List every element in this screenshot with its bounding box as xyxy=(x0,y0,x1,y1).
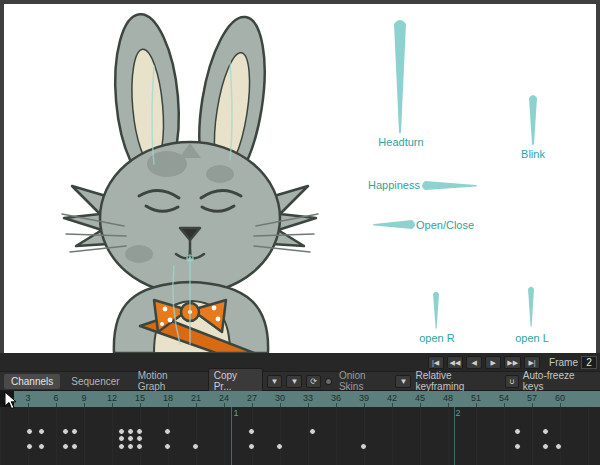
keyframe-dot[interactable] xyxy=(309,428,316,435)
step-back-button[interactable]: ◀ xyxy=(466,356,482,369)
ruler-tick-label: 33 xyxy=(303,393,313,403)
keyframe-dot[interactable] xyxy=(542,443,549,450)
ruler-tick-label: 60 xyxy=(555,393,565,403)
ruler-tick-label: 45 xyxy=(415,393,425,403)
ruler-tick-label: 36 xyxy=(331,393,341,403)
ruler-tick-label: 57 xyxy=(527,393,537,403)
animation-app-window: Headturn Blink Happiness Open/Close open… xyxy=(0,0,600,465)
open-close-control-needle[interactable] xyxy=(373,220,415,229)
keyframe-dot[interactable] xyxy=(248,428,255,435)
keyframe-dot[interactable] xyxy=(62,443,69,450)
onion-skins-dropdown-icon[interactable]: ▼ xyxy=(395,375,411,388)
happiness-control-needle[interactable] xyxy=(422,181,477,190)
ruler-tick-label: 51 xyxy=(471,393,481,403)
keyframe-dot[interactable] xyxy=(127,435,134,442)
ruler-tick-label: 42 xyxy=(387,393,397,403)
ruler-tick-label: 39 xyxy=(359,393,369,403)
ruler-tick-label: 27 xyxy=(247,393,257,403)
onion-skins-label: Onion Skins xyxy=(339,370,392,392)
step-forward-button[interactable]: ▶▶ xyxy=(504,356,521,369)
keyframe-dot[interactable] xyxy=(26,443,33,450)
keyframe-dot[interactable] xyxy=(542,428,549,435)
tab-channels[interactable]: Channels xyxy=(4,374,60,389)
keyframe-dot[interactable] xyxy=(555,443,562,450)
keyframe-dot[interactable] xyxy=(118,428,125,435)
happiness-control-label: Happiness xyxy=(350,179,420,191)
keyframe-dot[interactable] xyxy=(38,443,45,450)
ruler-tick-label: 6 xyxy=(53,393,58,403)
blink-control-needle[interactable] xyxy=(529,95,537,145)
keyframe-dot[interactable] xyxy=(514,443,521,450)
control-needles-group xyxy=(373,20,537,329)
headturn-control-needle[interactable] xyxy=(394,20,406,134)
mouse-cursor-icon xyxy=(4,391,18,411)
keyframe-tracks[interactable]: 12 xyxy=(0,407,600,465)
keyframe-dot[interactable] xyxy=(26,428,33,435)
ruler-tick-label: 24 xyxy=(219,393,229,403)
headturn-control-label: Headturn xyxy=(372,136,430,148)
open-r-control-label: open R xyxy=(408,332,466,344)
onion-skin-swatch-icon[interactable] xyxy=(325,378,332,385)
frame-ruler[interactable]: 0 3691215182124273033363942454851545760 xyxy=(0,391,600,407)
open-close-control-label: Open/Close xyxy=(416,219,474,231)
keyframe-dot[interactable] xyxy=(71,443,78,450)
keyframe-dot[interactable] xyxy=(514,428,521,435)
options-dropdown-icon[interactable]: ▼ xyxy=(286,375,302,388)
timeline-marker-label: 1 xyxy=(233,408,238,418)
keyframe-dot[interactable] xyxy=(360,443,367,450)
keyframe-dot[interactable] xyxy=(38,428,45,435)
ruler-tick-label: 18 xyxy=(163,393,173,403)
timeline-marker-label: 2 xyxy=(456,408,461,418)
jump-to-end-button[interactable]: ▶| xyxy=(524,356,540,369)
open-r-control-needle[interactable] xyxy=(433,292,439,330)
keyframe-dot[interactable] xyxy=(118,443,125,450)
refresh-icon[interactable]: ⟳ xyxy=(306,375,321,388)
blink-control-label: Blink xyxy=(510,148,556,160)
auto-freeze-keys-label[interactable]: Auto-freeze keys xyxy=(523,370,596,392)
keyframe-dot[interactable] xyxy=(136,443,143,450)
keyframe-dot[interactable] xyxy=(136,435,143,442)
ruler-tick-label: 12 xyxy=(107,393,117,403)
play-button[interactable]: ▶ xyxy=(485,356,501,369)
ruler-tick-label: 15 xyxy=(135,393,145,403)
prev-keyframe-button[interactable]: ◀◀ xyxy=(447,356,464,369)
ruler-tick-label: 21 xyxy=(191,393,201,403)
ruler-tick-label: 54 xyxy=(499,393,509,403)
copy-properties-dropdown-icon[interactable]: ▼ xyxy=(267,375,283,388)
animation-canvas[interactable]: Headturn Blink Happiness Open/Close open… xyxy=(0,0,600,353)
jump-to-start-button[interactable]: |◀ xyxy=(428,356,444,369)
timeline-panel: |◀◀◀◀▶▶▶▶| Frame 2 Channels Sequencer Mo… xyxy=(0,353,600,465)
open-l-control-label: open L xyxy=(503,332,561,344)
ruler-tick-label: 48 xyxy=(443,393,453,403)
keyframe-dot[interactable] xyxy=(127,443,134,450)
keyframe-dot[interactable] xyxy=(164,428,171,435)
keyframe-dot[interactable] xyxy=(71,428,78,435)
tab-sequencer[interactable]: Sequencer xyxy=(64,374,126,389)
ruler-tick-label: 30 xyxy=(275,393,285,403)
keyframe-dot[interactable] xyxy=(127,428,134,435)
ruler-tick-label: 9 xyxy=(81,393,86,403)
rabbit-character-illustration xyxy=(4,4,596,353)
timeline-marker-line xyxy=(454,407,455,465)
ruler-tick-label: 3 xyxy=(25,393,30,403)
relative-keyframing-label: Relative keyframing xyxy=(415,370,501,392)
keyframe-dot[interactable] xyxy=(118,435,125,442)
open-l-control-needle[interactable] xyxy=(528,287,534,328)
keyframe-dot[interactable] xyxy=(136,428,143,435)
timeline-toolbar: Channels Sequencer Motion Graph Copy Pr.… xyxy=(0,371,600,391)
frame-counter-label: Frame xyxy=(549,357,578,368)
keyframe-dot[interactable] xyxy=(62,428,69,435)
timeline-marker-line xyxy=(231,407,232,465)
keyframe-dot[interactable] xyxy=(192,443,199,450)
transport-bar: |◀◀◀◀▶▶▶▶| Frame 2 xyxy=(0,353,600,371)
keyframe-dot[interactable] xyxy=(276,443,283,450)
frame-counter-value[interactable]: 2 xyxy=(581,356,597,369)
relative-keyframing-toggle-icon[interactable]: ∪ xyxy=(505,375,519,388)
keyframe-dot[interactable] xyxy=(164,443,171,450)
keyframe-dot[interactable] xyxy=(248,443,255,450)
